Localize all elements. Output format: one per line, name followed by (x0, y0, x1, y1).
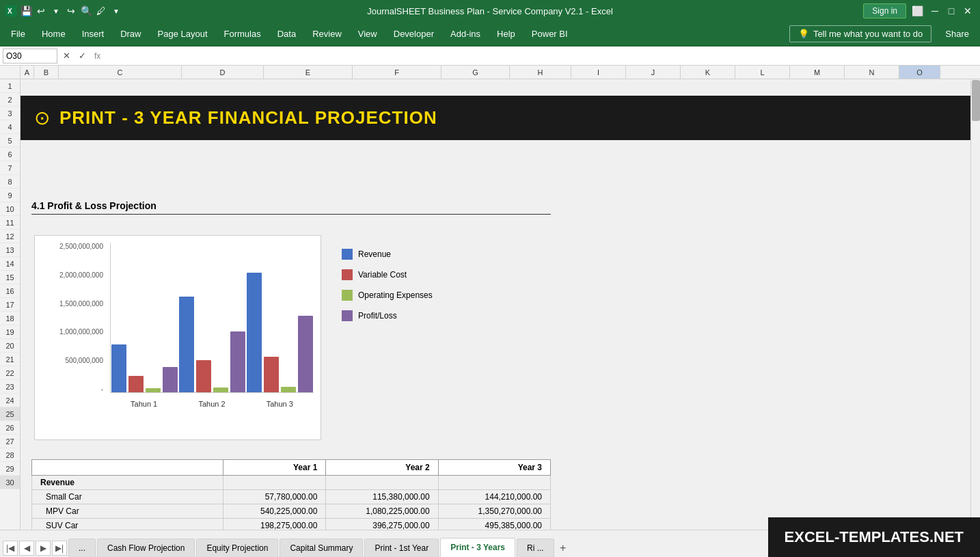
tab-equity[interactable]: Equity Projection (196, 539, 278, 557)
col-header-B[interactable]: B (34, 66, 59, 79)
row-4[interactable]: 4 (0, 120, 20, 134)
minimize-button[interactable]: ─ (928, 4, 942, 18)
row-11[interactable]: 11 (0, 216, 20, 230)
row-30[interactable]: 30 (0, 476, 20, 489)
row-13[interactable]: 13 (0, 243, 20, 257)
col-header-N[interactable]: N (845, 66, 899, 79)
tab-print-3years[interactable]: Print - 3 Years (440, 538, 515, 557)
col-header-C[interactable]: C (59, 66, 182, 79)
row-26[interactable]: 26 (0, 421, 20, 435)
excel-icon: X (5, 5, 16, 16)
col-header-E[interactable]: E (264, 66, 353, 79)
row-5[interactable]: 5 (0, 134, 20, 148)
menu-view[interactable]: View (350, 25, 385, 43)
row-1-content (21, 79, 980, 93)
maximize-button[interactable]: □ (944, 4, 958, 18)
col-header-A[interactable]: A (21, 66, 34, 79)
row-27[interactable]: 27 (0, 435, 20, 448)
restore-window-icon[interactable]: ⬜ (912, 5, 923, 16)
row-14[interactable]: 14 (0, 257, 20, 271)
col-header-D[interactable]: D (182, 66, 264, 79)
col-header-H[interactable]: H (510, 66, 571, 79)
row-10[interactable]: 10 (0, 202, 20, 216)
row-24[interactable]: 24 (0, 394, 20, 407)
undo-icon[interactable]: ↩ (36, 5, 46, 16)
row-29[interactable]: 29 (0, 462, 20, 476)
row-18[interactable]: 18 (0, 312, 20, 325)
search-icon[interactable]: 🔍 (81, 5, 92, 16)
confirm-formula-icon[interactable]: ✓ (76, 51, 89, 61)
col-header-I[interactable]: I (571, 66, 626, 79)
row-25[interactable]: 25 (0, 407, 20, 421)
menu-formulas[interactable]: Formulas (216, 25, 269, 43)
row-20[interactable]: 20 (0, 339, 20, 353)
undo-arrow-icon[interactable]: ▼ (51, 5, 62, 16)
redo-icon[interactable]: ↪ (66, 5, 77, 16)
row-9[interactable]: 9 (0, 189, 20, 202)
banner-title: PRINT - 3 YEAR FINANCIAL PROJECTION (59, 107, 437, 128)
row-numbers: 1 2 3 4 5 6 7 8 9 10 11 12 13 14 15 16 1… (0, 79, 21, 557)
menu-data[interactable]: Data (269, 25, 304, 43)
col-header-G[interactable]: G (441, 66, 510, 79)
col-header-O[interactable]: O (899, 66, 940, 79)
row-8[interactable]: 8 (0, 175, 20, 189)
menu-review[interactable]: Review (304, 25, 350, 43)
col-header-J[interactable]: J (626, 66, 681, 79)
close-button[interactable]: ✕ (961, 4, 975, 18)
tab-ellipsis[interactable]: ... (68, 539, 96, 557)
td-revenue-y3 (438, 476, 550, 490)
menu-file[interactable]: File (3, 25, 33, 43)
add-sheet-button[interactable]: + (556, 541, 571, 556)
tab-capital[interactable]: Capital Summary (280, 539, 363, 557)
menu-page-layout[interactable]: Page Layout (150, 25, 216, 43)
row-22[interactable]: 22 (0, 366, 20, 380)
menu-home[interactable]: Home (33, 25, 74, 43)
inner-content: ⊙ PRINT - 3 YEAR FINANCIAL PROJECTION 4.… (21, 79, 980, 557)
cell-reference[interactable]: O30 (3, 49, 57, 64)
tab-nav-prev[interactable]: ◀ (19, 541, 34, 556)
menu-help[interactable]: Help (489, 25, 523, 43)
menu-addins[interactable]: Add-ins (442, 25, 489, 43)
col-header-F[interactable]: F (353, 66, 441, 79)
tell-me-input[interactable]: 💡 Tell me what you want to do (789, 25, 931, 42)
y-label-2: 2,000,000,000 (42, 271, 103, 279)
row-23[interactable]: 23 (0, 380, 20, 394)
cancel-formula-icon[interactable]: ✕ (60, 51, 73, 61)
formula-input[interactable] (106, 51, 977, 61)
row-17[interactable]: 17 (0, 298, 20, 312)
more-icon[interactable]: ▼ (111, 5, 122, 16)
tab-nav-last[interactable]: ▶| (52, 541, 67, 556)
tab-nav-next[interactable]: ▶ (36, 541, 51, 556)
row-21[interactable]: 21 (0, 353, 20, 366)
col-header-L[interactable]: L (735, 66, 790, 79)
row-19[interactable]: 19 (0, 325, 20, 339)
sign-in-button[interactable]: Sign in (863, 3, 906, 18)
td-smallcar-label: Small Car (32, 490, 223, 504)
row-16[interactable]: 16 (0, 284, 20, 298)
col-header-M[interactable]: M (790, 66, 845, 79)
legend-label-profit: Profit/Loss (358, 311, 397, 321)
row-12[interactable]: 12 (0, 230, 20, 243)
menu-insert[interactable]: Insert (74, 25, 113, 43)
row-6[interactable]: 6 (0, 148, 20, 161)
row-2[interactable]: 2 (0, 93, 20, 107)
tab-cashflow[interactable]: Cash Flow Projection (97, 539, 195, 557)
menu-developer[interactable]: Developer (385, 25, 442, 43)
col-header-K[interactable]: K (681, 66, 735, 79)
row-28[interactable]: 28 (0, 448, 20, 462)
scroll-thumb[interactable] (972, 80, 980, 121)
save-icon[interactable]: 💾 (21, 5, 31, 16)
row-7[interactable]: 7 (0, 161, 20, 175)
row-3[interactable]: 3 (0, 107, 20, 120)
row-1[interactable]: 1 (0, 79, 20, 93)
tab-print-1st[interactable]: Print - 1st Year (364, 539, 439, 557)
row-15[interactable]: 15 (0, 271, 20, 284)
customize-icon[interactable]: 🖊 (96, 5, 107, 16)
tab-nav-first[interactable]: |◀ (3, 541, 18, 556)
tab-ri[interactable]: Ri ... (517, 539, 554, 557)
legend-color-varcost (342, 269, 353, 280)
vertical-scrollbar[interactable] (970, 79, 980, 530)
share-button[interactable]: Share (937, 26, 977, 42)
menu-draw[interactable]: Draw (112, 25, 149, 43)
menu-powerbi[interactable]: Power BI (523, 25, 576, 43)
